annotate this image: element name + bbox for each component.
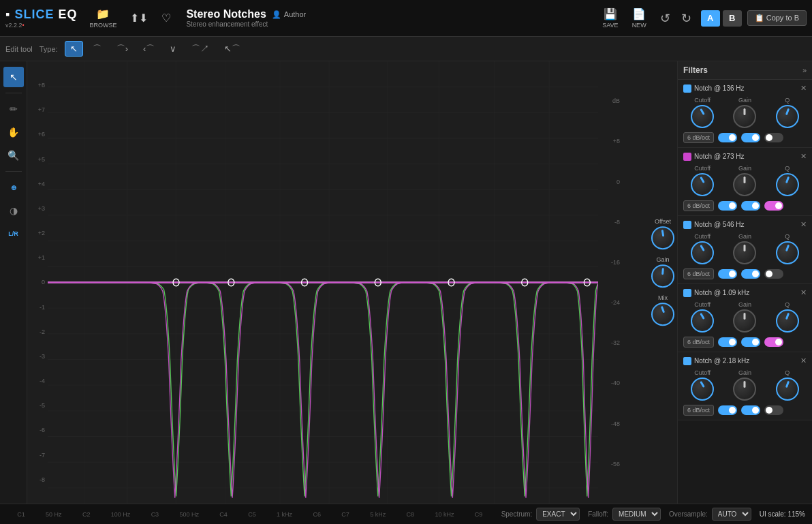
filters-expand-icon[interactable]: » bbox=[802, 66, 807, 74]
filter-1-slope[interactable]: 6 dB/oct bbox=[683, 132, 714, 143]
eq-svg[interactable] bbox=[48, 61, 598, 504]
filter-1-q-knob[interactable] bbox=[776, 105, 799, 128]
filter-4-cutoff-col: Cutoff bbox=[691, 301, 714, 333]
tool-lowshelf-button[interactable]: ‹⌒ bbox=[138, 40, 160, 58]
filter-1-cutoff-knob[interactable] bbox=[691, 105, 714, 128]
filter-4-q-knob[interactable] bbox=[776, 309, 799, 333]
filter-1-toggle-3[interactable] bbox=[764, 133, 783, 142]
filter-3-slope[interactable]: 6 dB/oct bbox=[683, 268, 714, 279]
mix-knob[interactable] bbox=[651, 303, 674, 326]
filter-3-toggle-2[interactable] bbox=[741, 269, 760, 279]
filter-3-gain-col: Gain bbox=[733, 233, 756, 264]
filter-2-toggle-2[interactable] bbox=[741, 201, 760, 211]
filter-5-slope[interactable]: 6 dB/oct bbox=[683, 405, 714, 416]
stereo-tool[interactable]: ⊕ bbox=[3, 177, 24, 198]
undo-button[interactable]: ↺ bbox=[656, 10, 674, 27]
zoom-tool[interactable]: 🔍 bbox=[3, 145, 24, 166]
filter-3-name: Notch @ 546 Hz bbox=[694, 221, 798, 228]
filter-2-close[interactable]: ✕ bbox=[800, 152, 807, 161]
filter-4-close[interactable]: ✕ bbox=[800, 288, 807, 297]
tool-notch-button[interactable]: ∨ bbox=[164, 41, 182, 57]
tool-hp-button[interactable]: ⌒↗ bbox=[186, 40, 215, 58]
ab-b-button[interactable]: B bbox=[723, 10, 742, 27]
filter-5-toggle-3[interactable] bbox=[764, 405, 783, 415]
copy-to-b-button[interactable]: 📋 Copy to B bbox=[747, 10, 807, 26]
lr-tool[interactable]: L/R bbox=[3, 224, 24, 244]
save-icon: 💾 bbox=[604, 7, 617, 20]
spectrum-select[interactable]: EXACT FAST OFF bbox=[536, 508, 580, 521]
falloff-select[interactable]: MEDIUM SLOW FAST OFF bbox=[612, 508, 661, 521]
filter-1-header: Notch @ 136 Hz ✕ bbox=[683, 84, 807, 93]
pan-tool[interactable]: ✋ bbox=[3, 122, 24, 142]
filter-2-q-knob[interactable] bbox=[776, 173, 799, 196]
save-button[interactable]: 💾 SAVE bbox=[598, 5, 622, 31]
filter-4-cutoff-knob[interactable] bbox=[691, 309, 714, 333]
filter-5-name: Notch @ 2.18 kHz bbox=[694, 357, 798, 365]
cutoff-label-2: Cutoff bbox=[694, 165, 710, 172]
q-label-1: Q bbox=[785, 97, 790, 104]
filter-3-q-knob[interactable] bbox=[776, 241, 799, 264]
filter-2-toggle-1[interactable] bbox=[718, 201, 737, 211]
filter-3-cutoff-knob[interactable] bbox=[691, 241, 714, 264]
filter-5-q-knob[interactable] bbox=[776, 377, 799, 401]
filter-4-toggle-1[interactable] bbox=[718, 337, 737, 347]
filter-2-gain-knob[interactable] bbox=[733, 173, 756, 196]
filter-3-gain-knob[interactable] bbox=[733, 241, 756, 264]
filter-5-cutoff-col: Cutoff bbox=[691, 369, 714, 401]
cutoff-label-3: Cutoff bbox=[694, 233, 710, 240]
filter-1-gain-knob[interactable] bbox=[733, 105, 756, 128]
filter-5-toggle-1[interactable] bbox=[718, 405, 737, 415]
filters-title: Filters bbox=[683, 65, 708, 75]
filter-5-toggle-2[interactable] bbox=[741, 405, 760, 415]
tool-select-button[interactable]: ↖ bbox=[65, 41, 83, 57]
filter-5-q-col: Q bbox=[776, 369, 799, 401]
filter-4-slope[interactable]: 6 dB/oct bbox=[683, 337, 714, 348]
filter-3-toggle-3[interactable] bbox=[764, 269, 783, 279]
filter-2-knobs: Cutoff Gain Q bbox=[683, 165, 807, 196]
filter-2-q-col: Q bbox=[776, 165, 799, 196]
filter-2-toggle-3[interactable] bbox=[764, 201, 783, 211]
author-area: 👤 Author bbox=[272, 10, 306, 19]
cutoff-label-5: Cutoff bbox=[694, 369, 710, 376]
redo-button[interactable]: ↻ bbox=[677, 10, 696, 27]
filter-5-cutoff-knob[interactable] bbox=[691, 377, 714, 401]
new-button[interactable]: 📄 NEW bbox=[628, 5, 651, 31]
eq-display-area[interactable]: +8 +7 +6 +5 +4 +3 +2 +1 0 -1 -2 -3 -4 -5… bbox=[27, 61, 677, 504]
filter-3-close[interactable]: ✕ bbox=[800, 220, 807, 229]
oversample-select[interactable]: AUTO 1x 2x 4x bbox=[712, 508, 751, 521]
browse-button[interactable]: 📁 BROWSE bbox=[85, 5, 121, 31]
offset-knob[interactable] bbox=[651, 226, 674, 249]
filter-5-gain-knob[interactable] bbox=[733, 377, 756, 401]
offset-label: Offset bbox=[655, 218, 671, 225]
tool-lp-button[interactable]: ↖⌒ bbox=[219, 40, 246, 58]
filter-5-gain-col: Gain bbox=[733, 369, 756, 401]
logo-area: ▪ SLICE EQ v2.2.2• bbox=[5, 7, 77, 29]
filter-1-toggle-2[interactable] bbox=[741, 133, 760, 142]
nav-arrows-button[interactable]: ⬆⬇ bbox=[126, 9, 152, 27]
main-layout: ↖ ✏ ✋ 🔍 ⊕ ◑ L/R +8 +7 +6 +5 +4 +3 +2 +1 … bbox=[0, 61, 812, 504]
ab-a-button[interactable]: A bbox=[701, 10, 720, 27]
gain-knob[interactable] bbox=[651, 264, 674, 288]
tool-divider-2 bbox=[5, 171, 22, 172]
filter-4-toggle-2[interactable] bbox=[741, 337, 760, 347]
pencil-tool[interactable]: ✏ bbox=[3, 99, 24, 119]
q-label-4: Q bbox=[785, 301, 790, 308]
tool-highshelf-button[interactable]: ⌒› bbox=[111, 40, 134, 58]
filter-3-toggle-1[interactable] bbox=[718, 269, 737, 279]
oversample-label: Oversample: bbox=[669, 510, 708, 518]
filter-2-slope[interactable]: 6 dB/oct bbox=[683, 200, 714, 211]
filter-4-toggle-3[interactable] bbox=[764, 337, 783, 347]
mid-tool[interactable]: ◑ bbox=[3, 200, 24, 221]
cursor-tool[interactable]: ↖ bbox=[3, 67, 24, 87]
filter-4-gain-knob[interactable] bbox=[733, 309, 756, 333]
filter-5-close[interactable]: ✕ bbox=[800, 356, 807, 365]
filter-1-close[interactable]: ✕ bbox=[800, 84, 807, 93]
favorite-button[interactable]: ♡ bbox=[157, 9, 175, 27]
tool-bell-button[interactable]: ⌒ bbox=[87, 40, 107, 58]
filter-3-footer: 6 dB/oct bbox=[683, 268, 807, 279]
filter-2-cutoff-knob[interactable] bbox=[691, 173, 714, 196]
ui-scale-label: UI scale: 115% bbox=[760, 510, 805, 518]
filter-1-toggle-1[interactable] bbox=[718, 133, 737, 142]
undo-redo-group: ↺ ↻ bbox=[656, 10, 696, 27]
heart-icon: ♡ bbox=[161, 12, 171, 25]
